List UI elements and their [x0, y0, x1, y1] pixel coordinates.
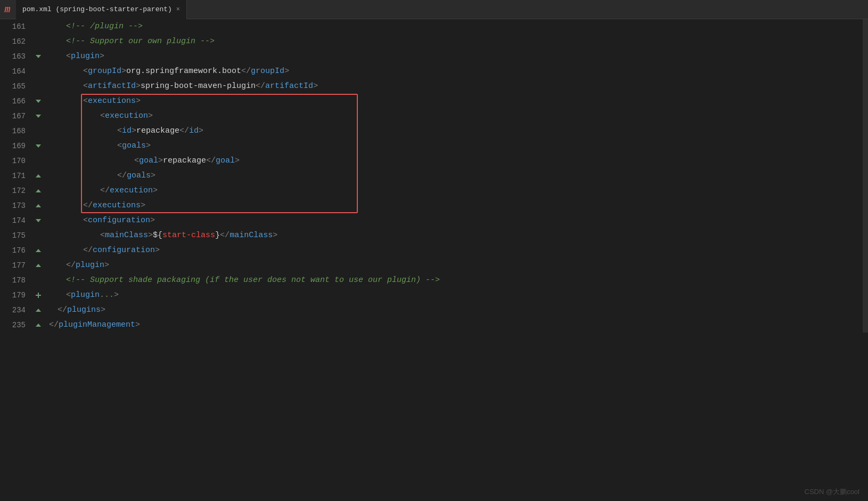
line-number: 177	[0, 258, 26, 273]
code-line: <executions>	[49, 94, 863, 109]
svg-marker-12	[36, 309, 41, 312]
svg-marker-5	[36, 189, 41, 192]
line-number: 166	[0, 94, 26, 109]
gutter-cell[interactable]	[32, 243, 45, 258]
code-line: </plugin>	[49, 258, 863, 273]
gutter-cell[interactable]	[32, 124, 45, 139]
tab-title: pom.xml (spring-boot-starter-parent)	[22, 5, 172, 13]
line-number: 173	[0, 198, 26, 213]
gutter-cell[interactable]	[32, 94, 45, 109]
svg-rect-11	[36, 295, 41, 296]
gutter-cell[interactable]	[32, 64, 45, 79]
gutter-cell[interactable]	[32, 79, 45, 94]
code-line: <plugin...>	[49, 288, 863, 303]
line-number: 161	[0, 19, 26, 34]
line-number: 179	[0, 288, 26, 303]
line-number: 168	[0, 124, 26, 139]
line-number: 178	[0, 273, 26, 288]
gutter-cell[interactable]	[32, 19, 45, 34]
line-number: 164	[0, 64, 26, 79]
code-line: <id>repackage</id>	[49, 124, 863, 139]
gutter-cell[interactable]	[32, 168, 45, 183]
code-line: <artifactId>spring-boot-maven-plugin</ar…	[49, 79, 863, 94]
svg-marker-13	[36, 324, 41, 327]
code-line: <plugin>	[49, 49, 863, 64]
gutter-cell[interactable]	[32, 258, 45, 273]
gutter-cell[interactable]	[32, 49, 45, 64]
line-number: 162	[0, 34, 26, 49]
line-number: 234	[0, 303, 26, 318]
svg-marker-0	[36, 55, 41, 58]
app-container: m pom.xml (spring-boot-starter-parent) ×…	[0, 0, 868, 333]
gutter-cell[interactable]	[32, 34, 45, 49]
gutter-cell[interactable]	[32, 273, 45, 288]
gutter-cell[interactable]	[32, 228, 45, 243]
svg-marker-1	[36, 100, 41, 103]
gutter-cell[interactable]	[32, 109, 45, 124]
vertical-scrollbar[interactable]	[863, 19, 868, 333]
gutter-cell[interactable]	[32, 288, 45, 303]
gutter-cell[interactable]	[32, 139, 45, 153]
line-number: 171	[0, 168, 26, 183]
code-line: </executions>	[49, 198, 863, 213]
gutter-cell[interactable]	[32, 153, 45, 168]
svg-marker-4	[36, 174, 41, 177]
code-line: <execution>	[49, 109, 863, 124]
svg-marker-6	[36, 204, 41, 207]
svg-marker-7	[36, 219, 41, 222]
code-line: </goals>	[49, 168, 863, 183]
code-line: </configuration>	[49, 243, 863, 258]
svg-marker-8	[36, 249, 41, 252]
code-line: </plugins>	[49, 303, 863, 318]
line-numbers: 1611621631641651661671681691701711721731…	[0, 19, 32, 333]
svg-marker-9	[36, 264, 41, 267]
lines-wrapper: <!-- /plugin --><!-- Support our own plu…	[49, 19, 863, 333]
code-content: <!-- /plugin --><!-- Support our own plu…	[45, 19, 863, 333]
line-number: 165	[0, 79, 26, 94]
gutter-cell[interactable]	[32, 183, 45, 198]
app-icon: m	[2, 4, 13, 15]
line-number: 170	[0, 153, 26, 168]
line-number: 235	[0, 318, 26, 333]
gutter-cell[interactable]	[32, 318, 45, 333]
editor-tab[interactable]: pom.xml (spring-boot-starter-parent) ×	[16, 0, 187, 19]
svg-marker-2	[36, 115, 41, 118]
line-number: 163	[0, 49, 26, 64]
tab-bar: m pom.xml (spring-boot-starter-parent) ×	[0, 0, 868, 19]
m-icon: m	[5, 4, 11, 15]
gutter-cell[interactable]	[32, 303, 45, 318]
line-number: 172	[0, 183, 26, 198]
code-line: <!-- Support our own plugin -->	[49, 34, 863, 49]
code-line: </pluginManagement>	[49, 318, 863, 333]
code-line: <configuration>	[49, 213, 863, 228]
gutter-cell[interactable]	[32, 198, 45, 213]
watermark: CSDN @大鹏cool	[805, 487, 860, 497]
gutter-cell[interactable]	[32, 213, 45, 228]
tab-close-button[interactable]: ×	[176, 6, 180, 13]
code-line: <groupId>org.springframework.boot</group…	[49, 64, 863, 79]
line-number: 167	[0, 109, 26, 124]
code-line: </execution>	[49, 183, 863, 198]
line-number: 169	[0, 139, 26, 153]
line-number: 174	[0, 213, 26, 228]
code-line: <mainClass>${start-class}</mainClass>	[49, 228, 863, 243]
svg-marker-3	[36, 144, 41, 148]
code-line: <goals>	[49, 139, 863, 153]
gutter	[32, 19, 45, 333]
code-line: <!-- Support shade packaging (if the use…	[49, 273, 863, 288]
editor-area: 1611621631641651661671681691701711721731…	[0, 19, 868, 333]
line-number: 176	[0, 243, 26, 258]
line-number: 175	[0, 228, 26, 243]
code-line: <!-- /plugin -->	[49, 19, 863, 34]
code-line: <goal>repackage</goal>	[49, 153, 863, 168]
